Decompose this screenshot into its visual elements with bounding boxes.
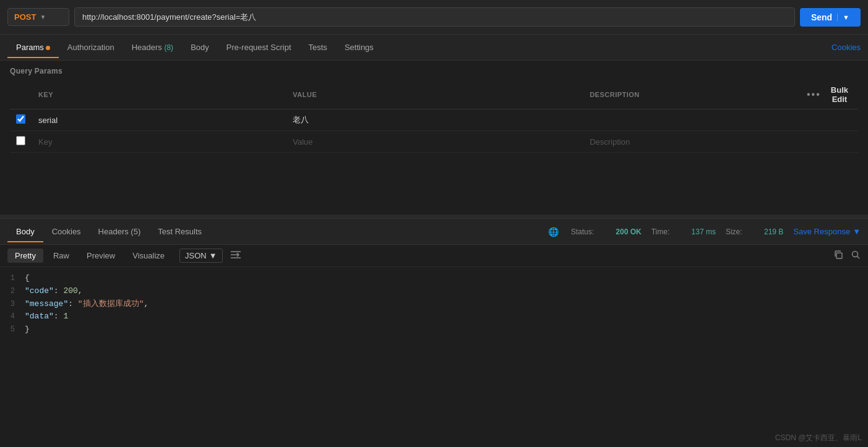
response-tab-cookies[interactable]: Cookies (43, 221, 90, 242)
row-checkbox-cell (10, 109, 32, 131)
empty-row-checkbox[interactable] (16, 136, 25, 145)
row-key-cell: serial (32, 109, 286, 131)
code-line-3: 3 "message": "插入数据库成功", (0, 298, 868, 311)
fmt-tab-pretty[interactable]: Pretty (7, 249, 43, 263)
tab-body[interactable]: Body (182, 36, 218, 58)
status-label: Status: (571, 228, 594, 236)
row-actions-cell (797, 109, 858, 131)
code-area: 1 { 2 "code": 200, 3 "message": "插入数据库成功… (0, 267, 868, 447)
svg-line-5 (857, 256, 860, 258)
response-meta: 🌐 Status: 200 OK Time: 137 ms Size: 219 … (548, 227, 861, 237)
status-value: 200 OK (616, 228, 641, 236)
size-label: Size: (726, 228, 742, 236)
code-line-2: 2 "code": 200, (0, 285, 868, 298)
response-tab-headers[interactable]: Headers (5) (90, 221, 150, 242)
code-brace-close: } (25, 323, 30, 336)
code-line-5: 5 } (0, 323, 868, 336)
response-section: Body Cookies Headers (5) Test Results 🌐 … (0, 218, 868, 447)
svg-rect-3 (836, 253, 842, 258)
top-bar: POST ▼ Send ▼ (0, 0, 868, 35)
code-content-2: "code": 200, (25, 285, 83, 298)
col-checkbox (10, 80, 32, 109)
table-row-empty: Key Value Description (10, 131, 858, 153)
empty-desc-cell[interactable]: Description (583, 131, 797, 153)
code-line-1: 1 { (0, 272, 868, 285)
save-response-chevron-icon: ▼ (853, 227, 861, 236)
col-value-header: VALUE (286, 80, 583, 109)
method-label: POST (14, 12, 36, 22)
tab-authorization[interactable]: Authorization (59, 36, 123, 58)
col-desc-header: DESCRIPTION (583, 80, 797, 109)
empty-desc-placeholder: Description (590, 137, 630, 147)
row-desc-cell (583, 109, 797, 131)
empty-value-placeholder: Value (293, 137, 312, 147)
fmt-tab-preview[interactable]: Preview (79, 249, 122, 263)
query-params-title: Query Params (10, 67, 858, 75)
params-table: KEY VALUE DESCRIPTION ••• Bulk Edit seri… (10, 80, 858, 153)
line-num-4: 4 (2, 311, 25, 323)
code-content-3: "message": "插入数据库成功", (25, 298, 148, 311)
tab-pre-request-script[interactable]: Pre-request Script (218, 36, 300, 58)
json-format-select[interactable]: JSON ▼ (179, 249, 223, 263)
send-chevron-icon: ▼ (837, 14, 849, 21)
globe-icon: 🌐 (548, 227, 559, 237)
params-dot (46, 46, 50, 50)
request-tabs-bar: Params Authorization Headers (8) Body Pr… (0, 35, 868, 61)
wrap-lines-button[interactable] (230, 250, 241, 262)
tab-settings[interactable]: Settings (336, 36, 382, 58)
col-key-header: KEY (32, 80, 286, 109)
json-chevron-icon: ▼ (209, 251, 217, 260)
empty-key-cell[interactable]: Key (32, 131, 286, 153)
params-section: Query Params KEY VALUE DESCRIPTION ••• B… (0, 61, 868, 153)
table-row: serial 老八 (10, 109, 858, 131)
row-value: 老八 (293, 115, 309, 124)
more-options-button[interactable]: ••• (803, 88, 825, 101)
col-actions-header: ••• Bulk Edit (797, 80, 858, 109)
empty-value-cell[interactable]: Value (286, 131, 583, 153)
code-brace-open: { (25, 272, 30, 285)
cookies-link[interactable]: Cookies (831, 43, 861, 52)
watermark: CSDN @艾卡西亚、暴雨L (775, 433, 862, 443)
send-button[interactable]: Send ▼ (800, 8, 861, 27)
tab-headers[interactable]: Headers (8) (123, 36, 182, 58)
code-line-4: 4 "data": 1 (0, 310, 868, 323)
line-num-3: 3 (2, 299, 25, 310)
code-content-4: "data": 1 (25, 310, 68, 323)
response-tab-body[interactable]: Body (7, 221, 43, 242)
method-chevron-icon: ▼ (40, 14, 46, 20)
url-input[interactable] (74, 7, 795, 27)
row-checkbox[interactable] (16, 114, 25, 124)
row-key: serial (38, 116, 58, 125)
size-value: 219 B (764, 228, 783, 236)
method-select[interactable]: POST ▼ (7, 8, 69, 26)
time-value: 137 ms (692, 228, 716, 236)
row-value-cell: 老八 (286, 109, 583, 131)
line-num-5: 5 (2, 324, 25, 336)
line-num-1: 1 (2, 273, 25, 284)
bulk-edit-button[interactable]: Bulk Edit (827, 84, 852, 105)
fmt-tab-raw[interactable]: Raw (46, 249, 77, 263)
search-button[interactable] (851, 250, 861, 262)
empty-actions-cell (797, 131, 858, 153)
fmt-tab-visualize[interactable]: Visualize (125, 249, 172, 263)
response-tabs-bar: Body Cookies Headers (5) Test Results 🌐 … (0, 219, 868, 245)
format-bar: Pretty Raw Preview Visualize JSON ▼ (0, 245, 868, 267)
svg-point-4 (853, 251, 858, 257)
format-actions (833, 250, 861, 262)
empty-key-placeholder: Key (38, 137, 52, 147)
line-num-2: 2 (2, 286, 25, 297)
response-tab-test-results[interactable]: Test Results (149, 221, 210, 242)
save-response-button[interactable]: Save Response ▼ (793, 227, 861, 236)
time-label: Time: (651, 228, 670, 236)
empty-checkbox-cell (10, 131, 32, 153)
copy-button[interactable] (833, 250, 843, 262)
tab-params[interactable]: Params (7, 36, 59, 58)
tab-tests[interactable]: Tests (300, 36, 336, 58)
